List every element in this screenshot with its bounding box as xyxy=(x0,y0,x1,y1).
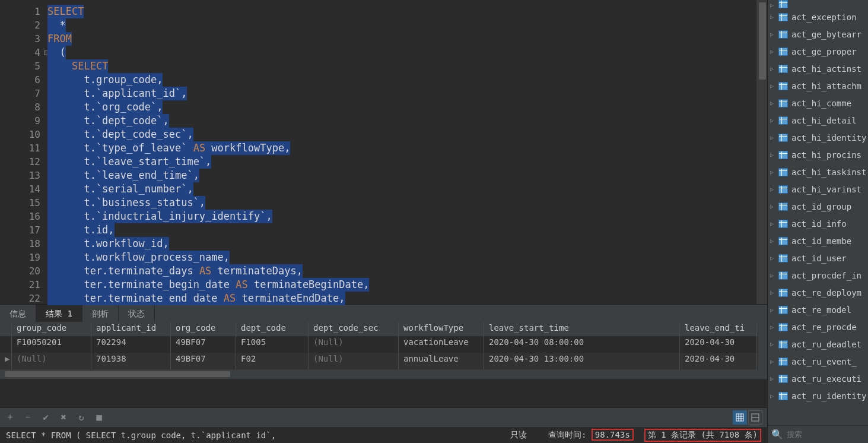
table-act_ru_deadlet[interactable]: ▷act_ru_deadlet xyxy=(768,336,868,353)
table-act_hi_comme[interactable]: ▷act_hi_comme xyxy=(768,94,868,112)
table-icon xyxy=(778,306,788,314)
table-tree: ▷▷act_exception▷act_ge_bytearr▷act_ge_pr… xyxy=(768,0,868,425)
stop-icon[interactable]: ■ xyxy=(94,412,104,423)
chevron-right-icon: ▷ xyxy=(770,31,778,37)
status-mode: 只读 xyxy=(500,430,538,441)
chevron-right-icon: ▷ xyxy=(770,358,778,365)
table-icon xyxy=(778,271,788,280)
col-applicant_id[interactable]: applicant_id xyxy=(91,322,171,336)
table-act_hi_identity[interactable]: ▷act_hi_identity xyxy=(768,129,868,146)
table-row[interactable]: F1005020170229449BF07F1005(Null)vacation… xyxy=(0,336,767,353)
search-input[interactable] xyxy=(787,430,868,439)
line-gutter: 12345678910111213141516171819202122 xyxy=(0,0,47,304)
table-act_hi_actinst[interactable]: ▷act_hi_actinst xyxy=(768,60,868,77)
query-time-highlight: 98.743s xyxy=(592,429,634,441)
col-dept_code[interactable]: dept_code xyxy=(236,322,309,336)
col-leave_start_time[interactable]: leave_start_time xyxy=(484,322,680,336)
chevron-right-icon: ▷ xyxy=(770,134,778,141)
table-icon xyxy=(778,82,788,90)
status-query-time: 查询时间: 98.743s xyxy=(538,430,644,441)
editor-scrollbar[interactable] xyxy=(756,0,767,304)
table-act_procdef_in[interactable]: ▷act_procdef_in xyxy=(768,267,868,284)
table-act_hi_detail[interactable]: ▷act_hi_detail xyxy=(768,112,868,129)
table-act_id_group[interactable]: ▷act_id_group xyxy=(768,198,868,215)
table-icon xyxy=(778,134,788,142)
chevron-right-icon: ▷ xyxy=(770,238,778,244)
chevron-right-icon: ▷ xyxy=(770,151,778,158)
table-act_ge_bytearr[interactable]: ▷act_ge_bytearr xyxy=(768,26,868,43)
table-icon xyxy=(778,30,788,39)
sql-editor[interactable]: 12345678910111213141516171819202122 SELE… xyxy=(0,0,767,304)
chevron-right-icon: ▷ xyxy=(770,255,778,261)
chevron-right-icon: ▷ xyxy=(770,341,778,347)
table-act_ru_identity[interactable]: ▷act_ru_identity xyxy=(768,387,868,404)
remove-row-icon[interactable]: － xyxy=(23,412,33,423)
table-act_id_membe[interactable]: ▷act_id_membe xyxy=(768,232,868,249)
sidebar-search: 🔍 xyxy=(768,425,868,443)
refresh-icon[interactable]: ↻ xyxy=(76,412,87,423)
chevron-right-icon: ▷ xyxy=(770,169,778,175)
form-view-button[interactable] xyxy=(748,410,762,425)
chevron-right-icon: ▷ xyxy=(770,186,778,192)
table-act_id_user[interactable]: ▷act_id_user xyxy=(768,249,868,267)
grid-header: group_codeapplicant_idorg_codedept_coded… xyxy=(0,322,767,336)
col-org_code[interactable]: org_code xyxy=(171,322,236,336)
col-group_code[interactable]: group_code xyxy=(12,322,91,336)
col-workflowType[interactable]: workflowType xyxy=(399,322,484,336)
chevron-right-icon: ▷ xyxy=(770,83,778,89)
grid-toolbar: ＋ － ✔ ✖ ↻ ■ xyxy=(0,407,767,426)
table-icon xyxy=(778,237,788,245)
table-act_ge_proper[interactable]: ▷act_ge_proper xyxy=(768,43,868,60)
chevron-right-icon: ▷ xyxy=(770,220,778,227)
grid-scrollbar-h[interactable] xyxy=(0,369,767,379)
table-icon xyxy=(778,168,788,176)
table-icon xyxy=(778,375,788,383)
result-tabs: 信息结果 1剖析状态 xyxy=(0,304,767,322)
table-icon xyxy=(778,99,788,107)
col-leave_end_ti[interactable]: leave_end_ti xyxy=(680,322,757,336)
tab-信息[interactable]: 信息 xyxy=(0,305,36,322)
chevron-right-icon: ▷ xyxy=(770,272,778,279)
chevron-right-icon: ▷ xyxy=(770,306,778,313)
tab-结果 1[interactable]: 结果 1 xyxy=(36,305,82,322)
col-dept_code_sec[interactable]: dept_code_sec xyxy=(309,322,399,336)
table-act_hi_attachm[interactable]: ▷act_hi_attachm xyxy=(768,77,868,94)
chevron-right-icon: ▷ xyxy=(770,100,778,106)
table-icon xyxy=(778,254,788,262)
table-act_id_info[interactable]: ▷act_id_info xyxy=(768,215,868,232)
chevron-right-icon: ▷ xyxy=(770,375,778,382)
table-act_re_model[interactable]: ▷act_re_model xyxy=(768,301,868,318)
table-sidebar: ▷▷act_exception▷act_ge_bytearr▷act_ge_pr… xyxy=(767,0,868,443)
code-area[interactable]: SELECT *FROM ( SELECT t.group_code, t.`a… xyxy=(47,0,767,304)
table-act_hi_procins[interactable]: ▷act_hi_procins xyxy=(768,146,868,163)
result-grid: group_codeapplicant_idorg_codedept_coded… xyxy=(0,322,767,407)
table-row[interactable]: ▶(Null)70193849BF07F02(Null)annualLeave2… xyxy=(0,353,767,369)
chevron-right-icon: ▷ xyxy=(770,289,778,296)
table-act_re_procde[interactable]: ▷act_re_procde xyxy=(768,318,868,336)
table-icon xyxy=(778,202,788,211)
table-act_ru_event_[interactable]: ▷act_ru_event_ xyxy=(768,353,868,370)
table-icon xyxy=(778,116,788,125)
tab-状态[interactable]: 状态 xyxy=(119,305,155,322)
table-act_hi_varinst[interactable]: ▷act_hi_varinst xyxy=(768,181,868,198)
apply-icon[interactable]: ✔ xyxy=(40,412,51,423)
chevron-right-icon: ▷ xyxy=(770,117,778,124)
status-sql: SELECT * FROM ( SELECT t.group_code, t.`… xyxy=(6,431,500,440)
chevron-right-icon: ▷ xyxy=(770,393,778,399)
table-icon xyxy=(778,289,788,297)
chevron-right-icon: ▷ xyxy=(770,203,778,210)
cancel-icon[interactable]: ✖ xyxy=(58,412,69,423)
table-icon xyxy=(778,323,788,331)
chevron-right-icon: ▷ xyxy=(770,14,778,20)
add-row-icon[interactable]: ＋ xyxy=(5,412,15,423)
table-act_ru_executi[interactable]: ▷act_ru_executi xyxy=(768,370,868,387)
status-bar: SELECT * FROM ( SELECT t.group_code, t.`… xyxy=(0,426,767,443)
table-act_exception[interactable]: ▷act_exception xyxy=(768,8,868,26)
grid-view-button[interactable] xyxy=(733,410,747,425)
table-act_hi_taskinst[interactable]: ▷act_hi_taskinst xyxy=(768,163,868,181)
table-act_re_deploym[interactable]: ▷act_re_deploym xyxy=(768,284,868,301)
tab-剖析[interactable]: 剖析 xyxy=(82,305,119,322)
grid-scrollbar-v[interactable] xyxy=(758,336,767,369)
table-icon xyxy=(778,340,788,349)
table-icon xyxy=(778,185,788,194)
